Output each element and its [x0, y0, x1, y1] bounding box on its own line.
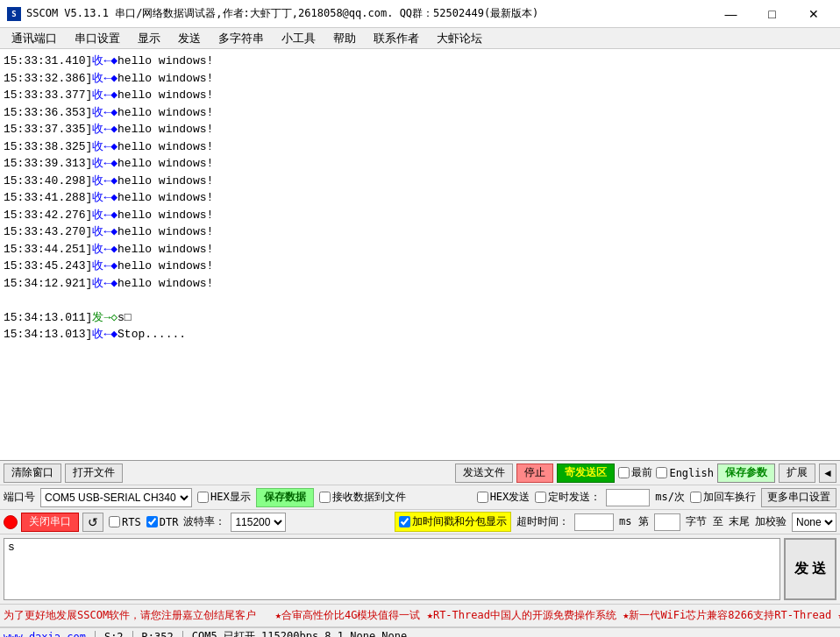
port-number-label: 端口号 — [4, 490, 35, 505]
rts-label: RTS — [109, 516, 141, 528]
hex-send-checkbox[interactable] — [477, 492, 488, 503]
rts-text: RTS — [122, 516, 141, 528]
refresh-button[interactable]: ↺ — [82, 513, 103, 532]
s-value: S:2 — [104, 631, 124, 638]
close-port-button[interactable]: 关闭串口 — [21, 513, 79, 532]
menu-communications[interactable]: 通讯端口 — [4, 28, 65, 49]
timed-send-checkbox[interactable] — [535, 492, 546, 503]
terminal-line: 15:33:36.353]收←◆hello windows! — [4, 104, 836, 122]
terminal-line: 15:33:45.243]收←◆hello windows! — [4, 258, 836, 275]
baud-label: 波特率： — [183, 514, 225, 529]
close-button[interactable]: ✕ — [794, 1, 833, 27]
menu-multistring[interactable]: 多字符串 — [210, 28, 272, 49]
ad-text: 为了更好地发展SSCOM软件，请您注册嘉立创结尾客户 ★合审高性价比4G模块值得… — [4, 608, 840, 623]
byte-label: 字节 至 — [686, 514, 723, 529]
timestamp-checkbox[interactable] — [399, 516, 410, 527]
stop-button[interactable]: 停止 — [516, 464, 553, 483]
hex-display-label: HEX显示 — [197, 490, 251, 505]
minimize-button[interactable]: — — [711, 1, 751, 27]
sep3 — [182, 631, 183, 638]
terminal-line: 15:33:44.251]收←◆hello windows! — [4, 241, 836, 258]
save-params-button[interactable]: 保存参数 — [717, 464, 775, 483]
timestamp-label: 加时间戳和分包显示 — [395, 512, 511, 532]
byte-num-input[interactable]: 1 — [654, 513, 680, 531]
baud-select[interactable]: 115200 — [231, 513, 286, 532]
terminal-line: 15:33:41.288]收←◆hello windows! — [4, 189, 836, 207]
save-data-button[interactable]: 保存数据 — [256, 488, 314, 507]
end-label: 末尾 — [729, 514, 750, 529]
dtr-checkbox[interactable] — [146, 516, 158, 527]
send-button[interactable]: 发 送 — [784, 538, 836, 600]
timed-ms-input[interactable]: 1000 — [606, 489, 650, 506]
recv-file-label: 接收数据到文件 — [319, 490, 406, 505]
terminal-line: 15:33:43.270]收←◆hello windows! — [4, 223, 836, 241]
timed-send-label: 定时发送： — [535, 490, 601, 505]
menu-serial-settings[interactable]: 串口设置 — [67, 28, 128, 49]
status-indicator — [4, 515, 18, 529]
hex-display-checkbox[interactable] — [197, 492, 209, 503]
more-ports-button[interactable]: 更多串口设置 — [761, 488, 836, 507]
last-checkbox-label: 最前 — [618, 465, 652, 480]
checksum-select[interactable]: None — [792, 513, 836, 532]
dtr-text: DTR — [160, 516, 179, 528]
collapse-button[interactable]: ◄ — [819, 464, 836, 483]
terminal-line: 15:33:32.386]收←◆hello windows! — [4, 70, 836, 88]
title-bar: S SSCOM V5.13.1 串口/网络数据调试器,作者:大虾丁丁,26180… — [0, 0, 840, 28]
menu-forum[interactable]: 大虾论坛 — [429, 28, 490, 49]
menu-send[interactable]: 发送 — [170, 28, 209, 49]
terminal-line: 15:33:40.298]收←◆hello windows! — [4, 173, 836, 190]
terminal-line — [4, 292, 836, 309]
auto-enter-text: 加回车换行 — [703, 490, 756, 505]
open-file-button[interactable]: 打开文件 — [65, 464, 123, 483]
port-select[interactable]: COM5 USB-SERIAL CH340 — [40, 488, 192, 507]
rts-checkbox[interactable] — [109, 516, 120, 527]
english-checkbox[interactable] — [656, 467, 667, 478]
recv-file-checkbox[interactable] — [319, 492, 331, 503]
terminal-line: 15:34:13.013]收←◆Stop...... — [4, 326, 836, 343]
menu-help[interactable]: 帮助 — [325, 28, 364, 49]
maximize-button[interactable]: □ — [752, 1, 792, 27]
menu-tools[interactable]: 小工具 — [274, 28, 324, 49]
terminal-line: 15:34:13.011]发→◇s□ — [4, 309, 836, 327]
toolbar-row1: 清除窗口 打开文件 发送文件 停止 寄发送区 最前 English 保存参数 扩… — [0, 461, 840, 485]
auto-enter-checkbox[interactable] — [690, 492, 701, 503]
sep1 — [95, 631, 96, 638]
website-link[interactable]: www.daxia.com — [4, 631, 86, 638]
clear-window-button[interactable]: 清除窗口 — [4, 464, 61, 483]
ms-per-label: ms/次 — [655, 490, 685, 505]
hex-display-text: HEX显示 — [210, 490, 251, 505]
ms-label: ms 第 — [619, 514, 649, 529]
send-input[interactable]: s — [4, 538, 780, 600]
timestamp-text: 加时间戳和分包显示 — [412, 514, 507, 529]
dtr-label: DTR — [146, 516, 179, 528]
input-area: s 发 送 — [0, 534, 840, 605]
title-text: SSCOM V5.13.1 串口/网络数据调试器,作者:大虾丁丁,2618058… — [26, 6, 711, 21]
toolbar-row2: 端口号 COM5 USB-SERIAL CH340 HEX显示 保存数据 接收数… — [0, 485, 840, 510]
app-icon: S — [7, 7, 21, 21]
toolbar-row3: 关闭串口 ↺ RTS DTR 波特率： 115200 加时间戳和分包显示 超时时… — [0, 510, 840, 534]
terminal-line: 15:33:33.377]收←◆hello windows! — [4, 87, 836, 104]
terminal-output: 15:33:31.410]收←◆hello windows!15:33:32.3… — [0, 49, 840, 461]
auto-enter-label: 加回车换行 — [690, 490, 756, 505]
timed-send-text: 定时发送： — [548, 490, 601, 505]
status-bar: www.daxia.com S:2 R:352 COM5 已打开 115200b… — [0, 627, 840, 637]
menu-display[interactable]: 显示 — [130, 28, 168, 49]
last-checkbox[interactable] — [618, 467, 630, 478]
hex-send-label: HEX发送 — [477, 490, 530, 505]
menu-bar: 通讯端口 串口设置 显示 发送 多字符串 小工具 帮助 联系作者 大虾论坛 — [0, 28, 840, 49]
terminal-line: 15:33:42.276]收←◆hello windows! — [4, 207, 836, 224]
expand-button[interactable]: 扩展 — [779, 464, 815, 483]
send-file-button[interactable]: 发送文件 — [455, 464, 513, 483]
terminal-line: 15:33:39.313]收←◆hello windows! — [4, 155, 836, 173]
timeout-label: 超时时间： — [516, 514, 569, 529]
menu-contact[interactable]: 联系作者 — [366, 28, 427, 49]
hex-send-text: HEX发送 — [490, 490, 530, 505]
timeout-input[interactable]: 20 — [574, 513, 614, 531]
terminal-line: 15:34:12.921]收←◆hello windows! — [4, 275, 836, 293]
send-area-button[interactable]: 寄发送区 — [557, 464, 615, 483]
checksum-label: 加校验 — [755, 514, 787, 529]
terminal-line: 15:33:37.335]收←◆hello windows! — [4, 121, 836, 138]
port-info: COM5 已打开 115200bps 8 1 None None — [192, 629, 408, 637]
sep2 — [132, 631, 133, 638]
bottom-ad: 为了更好地发展SSCOM软件，请您注册嘉立创结尾客户 ★合审高性价比4G模块值得… — [0, 605, 840, 627]
